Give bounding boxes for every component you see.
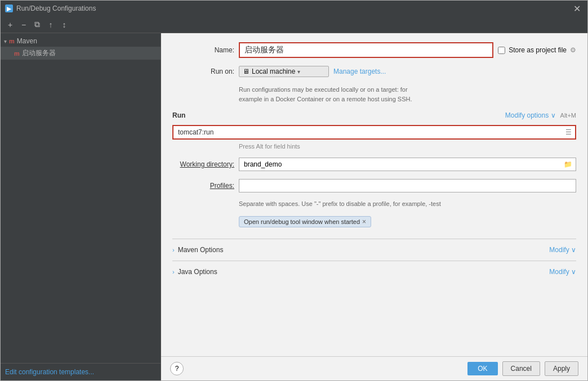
java-options-modify-link[interactable]: Modify ∨ — [549, 268, 576, 276]
java-options-label: Java Options — [178, 268, 217, 276]
name-input[interactable] — [240, 43, 492, 57]
working-directory-row: Working directory: 📁 — [172, 158, 576, 171]
working-directory-input[interactable] — [239, 158, 560, 171]
profiles-row: Profiles: — [172, 179, 576, 192]
maven-options-arrow-icon: › — [172, 246, 175, 253]
run-command-wrapper: ☰ — [172, 125, 576, 140]
profiles-hint: Separate with spaces. Use "-" prefix to … — [239, 200, 576, 207]
maven-config-item[interactable]: m 启动服务器 — [1, 47, 161, 60]
profiles-input[interactable] — [239, 179, 576, 192]
run-on-value: Local machine — [252, 68, 295, 75]
apply-button[interactable]: Apply — [545, 361, 578, 376]
java-options-left: › Java Options — [172, 268, 217, 276]
run-debug-configurations-window: ▶ Run/Debug Configurations ✕ + − ⧉ ↑ ↕ ▾… — [0, 0, 588, 381]
edit-templates-link[interactable]: Edit configuration templates... — [5, 368, 94, 376]
run-command-input[interactable] — [173, 126, 562, 138]
modify-options-hint: Alt+M — [560, 112, 576, 119]
main-area: ▾ m Maven m 启动服务器 Edit configuration tem… — [1, 33, 587, 380]
bottom-buttons: ? OK Cancel Apply — [161, 356, 587, 380]
store-as-project-label: Store as project file — [509, 46, 567, 54]
maven-group-header[interactable]: ▾ m Maven — [1, 35, 161, 47]
name-row: Name: Store as project file ⚙ — [172, 42, 576, 58]
content-panel: Name: Store as project file ⚙ Run on: — [161, 33, 587, 380]
store-as-project-checkbox[interactable] — [498, 47, 505, 54]
working-directory-label: Working directory: — [172, 160, 234, 168]
ok-button[interactable]: OK — [467, 362, 497, 375]
name-label: Name: — [172, 46, 234, 54]
remove-configuration-button[interactable]: − — [17, 19, 30, 31]
toolbar: + − ⧉ ↑ ↕ — [1, 16, 587, 33]
cancel-button[interactable]: Cancel — [502, 361, 540, 376]
config-maven-icon: m — [14, 50, 20, 57]
manage-targets-link[interactable]: Manage targets... — [333, 68, 386, 75]
close-button[interactable]: ✕ — [571, 3, 583, 14]
run-section-title: Run — [172, 111, 185, 119]
add-configuration-button[interactable]: + — [4, 19, 16, 31]
move-up-button[interactable]: ↑ — [44, 19, 57, 31]
folder-icon[interactable]: 📁 — [560, 158, 576, 171]
field-hint: Press Alt for field hints — [239, 143, 576, 150]
content-body: Name: Store as project file ⚙ Run on: — [161, 33, 587, 356]
maven-options-modify-link[interactable]: Modify ∨ — [549, 246, 576, 254]
run-description-line2: example in a Docker Container or on a re… — [239, 95, 576, 104]
sidebar: ▾ m Maven m 启动服务器 Edit configuration tem… — [1, 33, 161, 380]
sort-button[interactable]: ↕ — [58, 19, 70, 31]
run-on-wrapper: 🖥 Local machine ▾ Manage targets... — [239, 66, 576, 77]
copy-configuration-button[interactable]: ⧉ — [31, 19, 43, 31]
name-field-wrapper — [239, 42, 493, 58]
run-on-select[interactable]: 🖥 Local machine ▾ — [239, 66, 329, 77]
modify-options-group: Modify options ∨ Alt+M — [505, 111, 576, 119]
maven-options-label: Maven Options — [178, 246, 224, 254]
maven-icon: m — [9, 38, 15, 44]
maven-group-label: Maven — [17, 37, 37, 45]
sidebar-content: ▾ m Maven m 启动服务器 — [1, 33, 161, 363]
chevron-down-icon: ▾ — [4, 38, 7, 44]
app-icon: ▶ — [5, 5, 13, 12]
run-description-line1: Run configurations may be executed local… — [239, 85, 576, 95]
run-section-header: Run Modify options ∨ Alt+M — [172, 111, 576, 119]
tag-close-button[interactable]: × — [362, 218, 366, 226]
title-bar-left: ▶ Run/Debug Configurations — [5, 5, 96, 12]
chevron-down-icon: ▾ — [297, 69, 300, 75]
java-options-arrow-icon: › — [172, 268, 175, 275]
profiles-label: Profiles: — [172, 182, 234, 190]
tag-label: Open run/debug tool window when started — [244, 218, 360, 225]
run-description: Run configurations may be executed local… — [239, 85, 576, 104]
gear-icon[interactable]: ⚙ — [570, 46, 576, 54]
run-input-menu-icon[interactable]: ☰ — [562, 126, 575, 138]
monitor-icon: 🖥 — [243, 68, 250, 75]
java-options-section[interactable]: › Java Options Modify ∨ — [172, 261, 576, 283]
window-title: Run/Debug Configurations — [16, 5, 96, 12]
run-debug-tool-tag: Open run/debug tool window when started … — [239, 216, 371, 227]
sidebar-footer: Edit configuration templates... — [1, 363, 161, 380]
maven-options-section[interactable]: › Maven Options Modify ∨ — [172, 239, 576, 261]
tag-container: Open run/debug tool window when started … — [239, 216, 576, 227]
title-bar: ▶ Run/Debug Configurations ✕ — [1, 1, 587, 16]
maven-options-left: › Maven Options — [172, 246, 223, 254]
maven-group: ▾ m Maven m 启动服务器 — [1, 35, 161, 60]
help-button[interactable]: ? — [170, 362, 184, 375]
run-on-row: Run on: 🖥 Local machine ▾ Manage targets… — [172, 66, 576, 77]
modify-options-link[interactable]: Modify options ∨ — [505, 111, 556, 119]
config-item-label: 启动服务器 — [22, 48, 56, 58]
working-directory-input-wrapper: 📁 — [239, 158, 576, 171]
run-on-label: Run on: — [172, 68, 234, 75]
